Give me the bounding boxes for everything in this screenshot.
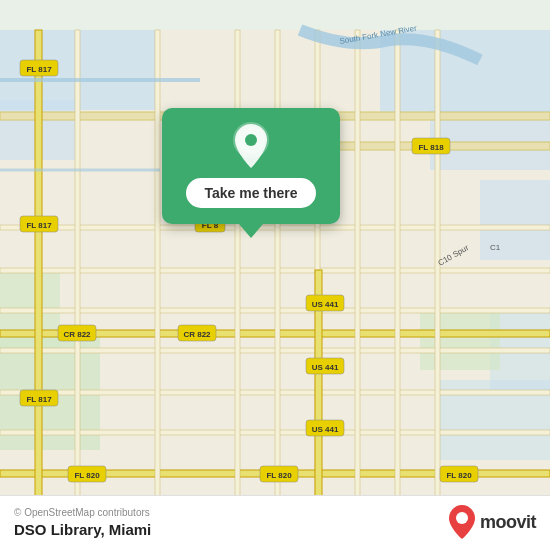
- svg-rect-26: [355, 30, 360, 520]
- svg-text:FL 817: FL 817: [26, 221, 52, 230]
- moovit-text: moovit: [480, 512, 536, 533]
- svg-rect-22: [155, 30, 160, 520]
- svg-text:FL 820: FL 820: [266, 471, 292, 480]
- popup-card: Take me there: [162, 108, 340, 224]
- attribution: © OpenStreetMap contributors: [14, 507, 151, 518]
- take-me-there-button[interactable]: Take me there: [186, 178, 315, 208]
- svg-text:FL 818: FL 818: [418, 143, 444, 152]
- svg-text:US 441: US 441: [312, 300, 339, 309]
- svg-rect-28: [435, 30, 440, 520]
- svg-text:CR 822: CR 822: [63, 330, 91, 339]
- svg-text:FL 820: FL 820: [74, 471, 100, 480]
- svg-text:C1: C1: [490, 243, 501, 252]
- bottom-bar: © OpenStreetMap contributors DSO Library…: [0, 495, 550, 550]
- svg-rect-27: [395, 30, 400, 520]
- map-container: FL 817 FL 817 FL 817 FL 818 FL 820 FL 82…: [0, 0, 550, 550]
- svg-text:CR 822: CR 822: [183, 330, 211, 339]
- svg-rect-21: [75, 30, 80, 520]
- svg-text:US 441: US 441: [312, 425, 339, 434]
- svg-rect-29: [35, 30, 42, 520]
- svg-rect-10: [420, 310, 500, 370]
- map-background: FL 817 FL 817 FL 817 FL 818 FL 820 FL 82…: [0, 0, 550, 550]
- svg-point-64: [245, 134, 257, 146]
- svg-text:FL 820: FL 820: [446, 471, 472, 480]
- location-pin-icon: [227, 122, 275, 170]
- moovit-logo: moovit: [448, 504, 536, 540]
- svg-rect-23: [235, 30, 240, 520]
- location-name: DSO Library, Miami: [14, 521, 151, 538]
- svg-text:US 441: US 441: [312, 363, 339, 372]
- svg-point-65: [456, 512, 468, 524]
- bottom-left-info: © OpenStreetMap contributors DSO Library…: [14, 507, 151, 538]
- svg-rect-24: [275, 30, 280, 520]
- svg-text:FL 817: FL 817: [26, 65, 52, 74]
- moovit-pin-icon: [448, 504, 476, 540]
- svg-text:FL 817: FL 817: [26, 395, 52, 404]
